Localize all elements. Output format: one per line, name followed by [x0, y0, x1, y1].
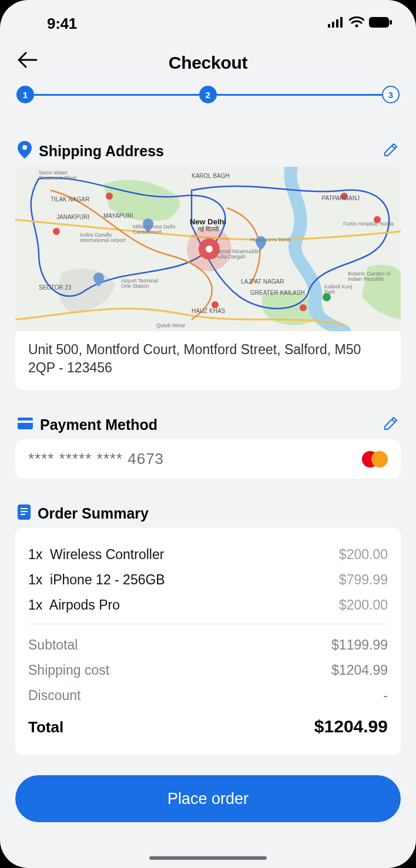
wifi-icon [349, 16, 364, 31]
order-item-price: $799.99 [339, 572, 388, 588]
progress-stepper: 1 2 3 [0, 82, 416, 115]
place-order-button[interactable]: Place order [15, 775, 401, 822]
edit-payment-button[interactable] [383, 416, 398, 433]
svg-rect-22 [21, 508, 28, 509]
status-indicators [328, 16, 392, 31]
map-label-qutub: Qutub Minar [156, 322, 186, 328]
discount-row: Discount - [28, 683, 388, 708]
discount-label: Discount [28, 688, 80, 704]
svg-rect-6 [390, 20, 392, 25]
map-center-label: New Delhi [190, 217, 226, 226]
svg-point-7 [22, 145, 27, 150]
map-label-lajpat: LAJPAT NAGAR [241, 278, 284, 285]
document-icon [18, 504, 31, 522]
total-label: Total [28, 718, 63, 736]
order-item-row: 1x iPhone 12 - 256GB $799.99 [28, 567, 388, 593]
map-center-sub: नई दिल्ली [197, 226, 219, 233]
shipping-card: New Delhi नई दिल्ली JANAKPURI MAYAPURI P… [15, 167, 401, 390]
subtotal-row: Subtotal $1199.99 [28, 633, 388, 658]
shipping-title: Shipping Address [39, 143, 376, 160]
subtotal-value: $1199.99 [331, 637, 388, 653]
order-item-row: 1x Wireless Controller $200.00 [28, 542, 388, 567]
order-item: 1x iPhone 12 - 256GB [28, 572, 165, 588]
shipping-cost-value: $1204.99 [331, 662, 388, 678]
order-item: 1x Wireless Controller [28, 547, 164, 563]
map-label-sector: SECTOR 23 [39, 284, 71, 291]
total-value: $1204.99 [314, 716, 388, 736]
credit-card-icon [18, 418, 33, 432]
status-time: 9:41 [47, 15, 77, 33]
svg-point-10 [106, 193, 113, 200]
map-label-botanic: Botanic Garden of Indian Republic [348, 271, 395, 282]
order-item: 1x Airpods Pro [28, 597, 120, 613]
svg-rect-20 [18, 420, 33, 423]
svg-rect-3 [340, 17, 343, 28]
svg-rect-19 [18, 418, 33, 429]
payment-section-head: Payment Method [0, 408, 416, 439]
map-svg [15, 167, 401, 331]
mastercard-icon [362, 451, 388, 467]
order-item-row: 1x Airpods Pro $200.00 [28, 593, 388, 618]
payment-title: Payment Method [40, 416, 376, 433]
svg-rect-0 [328, 24, 330, 28]
svg-rect-24 [21, 514, 25, 515]
map-label-greater: GREATER KAILASH [250, 290, 305, 296]
pencil-icon [383, 416, 398, 431]
summary-section-head: Order Summary [0, 496, 416, 528]
total-row: Total $1204.99 [28, 708, 388, 741]
home-indicator[interactable] [149, 856, 267, 860]
pencil-icon [383, 142, 398, 157]
location-pin-icon [18, 141, 32, 161]
summary-card: 1x Wireless Controller $200.00 1x iPhone… [15, 528, 401, 755]
shipping-address-text: Unit 500, Montford Court, Montford Stree… [15, 331, 401, 390]
page-title: Checkout [169, 53, 247, 73]
map-label-nizam: Hazrat Nizamuddin Aulia Dargah [215, 249, 268, 260]
status-bar: 9:41 [0, 0, 416, 35]
discount-value: - [383, 688, 388, 704]
back-button[interactable] [18, 52, 38, 70]
map-label-military: Military Area Delhi Cantonment [133, 224, 180, 235]
edit-shipping-button[interactable] [383, 142, 398, 160]
step-3[interactable]: 3 [382, 86, 400, 103]
map-label-kalindi: Kalindi Kunj Park [324, 284, 354, 295]
map[interactable]: New Delhi नई दिल्ली JANAKPURI MAYAPURI P… [15, 167, 401, 331]
map-label-airport: Indira Gandhi International Airport [80, 233, 133, 243]
map-label-seion: Seion Water Treatment Plant [39, 170, 80, 181]
arrow-left-icon [18, 52, 38, 68]
svg-point-4 [355, 25, 358, 28]
map-label-terminal: Airport Terminal One Station [121, 278, 168, 289]
subtotal-label: Subtotal [28, 637, 78, 653]
svg-point-13 [300, 304, 307, 311]
step-2[interactable]: 2 [199, 86, 217, 103]
card-number: **** ***** **** 4673 [28, 450, 164, 468]
map-label-patparganj: PATPARGANJ [322, 195, 360, 201]
step-line [34, 94, 199, 96]
map-label-mayapuri: MAYAPURI [103, 213, 133, 219]
map-label-humayun: Humayun's Tomb [250, 237, 291, 243]
header: Checkout [0, 35, 416, 82]
shipping-cost-label: Shipping cost [28, 662, 109, 678]
step-1[interactable]: 1 [16, 86, 34, 103]
map-label-tilak: TILAK NAGAR [51, 196, 89, 203]
shipping-section-head: Shipping Address [0, 133, 416, 167]
step-line [217, 94, 382, 96]
svg-rect-5 [369, 17, 389, 28]
battery-icon [369, 17, 392, 30]
svg-rect-23 [21, 511, 28, 512]
place-order-label: Place order [167, 790, 249, 808]
cellular-icon [328, 17, 344, 30]
map-label-hauz: HAUZ KHAS [192, 308, 225, 314]
summary-title: Order Summary [38, 505, 398, 522]
svg-point-9 [53, 228, 60, 235]
map-label-fortis: Fortis Hospital, Noida [343, 221, 394, 227]
svg-point-18 [206, 245, 213, 253]
svg-rect-1 [332, 22, 334, 28]
order-item-price: $200.00 [339, 547, 388, 563]
payment-card[interactable]: **** ***** **** 4673 [15, 439, 401, 479]
map-label-karol: KAROL BAGH [192, 173, 230, 179]
shipping-cost-row: Shipping cost $1204.99 [28, 658, 388, 683]
order-item-price: $200.00 [339, 597, 388, 613]
divider [28, 624, 388, 624]
map-label-janakpuri: JANAKPURI [56, 214, 89, 220]
svg-rect-2 [336, 19, 338, 28]
